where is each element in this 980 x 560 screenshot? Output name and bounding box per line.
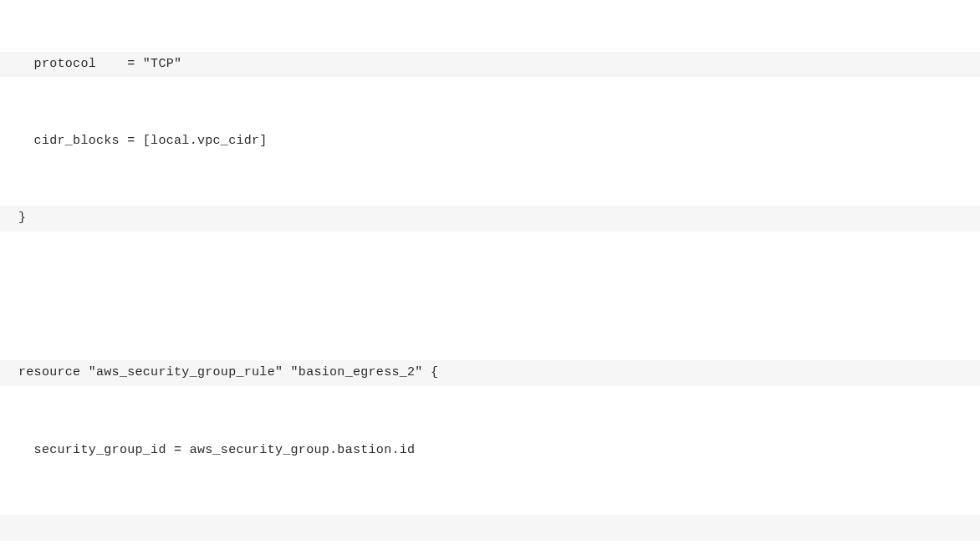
code-line: protocol = "TCP" [0, 52, 980, 78]
code-line: security_group_id = aws_security_group.b… [0, 437, 980, 463]
code-line [0, 283, 980, 309]
code-block: protocol = "TCP" cidr_blocks = [local.vp… [0, 0, 980, 560]
code-line [0, 515, 980, 541]
code-line: resource "aws_security_group_rule" "basi… [0, 360, 980, 386]
code-line: } [0, 206, 980, 232]
code-line: cidr_blocks = [local.vpc_cidr] [0, 129, 980, 155]
